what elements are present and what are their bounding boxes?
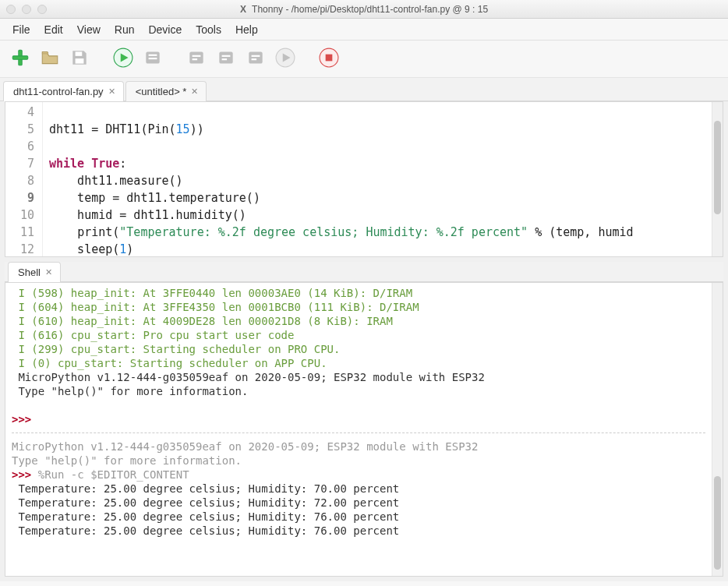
shell-output-line: Temperature: 25.00 degree celsius; Humid… xyxy=(12,482,705,496)
open-file-button[interactable] xyxy=(37,47,62,72)
run-button[interactable] xyxy=(111,47,136,72)
svg-rect-11 xyxy=(193,58,198,60)
svg-rect-3 xyxy=(76,58,84,64)
line-number: 4 xyxy=(5,104,34,121)
shell-panel: I (598) heap_init: At 3FFE0440 len 00003… xyxy=(5,282,723,577)
code-line[interactable] xyxy=(49,138,705,155)
svg-rect-10 xyxy=(193,55,201,57)
code-line[interactable] xyxy=(49,104,705,121)
editor-tab[interactable]: <untitled> *✕ xyxy=(125,81,207,101)
menu-view[interactable]: View xyxy=(71,20,107,39)
shell-run-line[interactable]: >>> %Run -c $EDITOR_CONTENT xyxy=(12,468,705,482)
shell-blank xyxy=(12,398,705,412)
menu-help[interactable]: Help xyxy=(229,20,264,39)
editor-scroll-thumb[interactable] xyxy=(714,121,721,214)
step-into-gray-icon xyxy=(216,48,236,70)
shell-boot-line: I (299) cpu_start: Starting scheduler on… xyxy=(12,342,705,356)
code-line[interactable]: humid = dht11.humidity() xyxy=(49,207,705,224)
menubar: FileEditViewRunDeviceToolsHelp xyxy=(0,19,728,41)
app-x-icon: X xyxy=(240,4,246,15)
menu-tools[interactable]: Tools xyxy=(189,20,228,39)
line-number: 12 xyxy=(5,241,34,257)
code-line[interactable]: dht11 = DHT11(Pin(15)) xyxy=(49,121,705,138)
shell-tab[interactable]: Shell ✕ xyxy=(8,262,61,282)
close-icon[interactable]: ✕ xyxy=(191,86,198,97)
titlebar: X Thonny - /home/pi/Desktop/dht11-contro… xyxy=(0,0,728,19)
svg-rect-17 xyxy=(252,58,257,60)
shell-sys-line: Type "help()" for more information. xyxy=(12,384,705,398)
toolbar xyxy=(0,41,728,78)
shell-boot-line: I (604) heap_init: At 3FFE4350 len 0001B… xyxy=(12,300,705,314)
svg-rect-21 xyxy=(326,55,333,62)
editor-tab-label: <untitled> * xyxy=(136,86,187,97)
editor-gutter: 456789101112 xyxy=(5,102,43,256)
line-number: 11 xyxy=(5,224,34,241)
code-line[interactable]: print("Temperature: %.2f degree celsius;… xyxy=(49,224,705,241)
shell-output-line: Temperature: 25.00 degree celsius; Humid… xyxy=(12,496,705,510)
statusbar xyxy=(0,581,728,586)
code-line[interactable]: dht11.measure() xyxy=(49,172,705,189)
line-number: 8 xyxy=(5,172,34,189)
window-title: X Thonny - /home/pi/Desktop/dht11-contro… xyxy=(0,4,728,15)
editor-scrollbar[interactable] xyxy=(712,102,723,256)
step-over-gray-icon xyxy=(186,48,207,70)
save-file-button[interactable] xyxy=(67,47,92,72)
resume-gray-icon xyxy=(275,48,295,70)
line-number: 6 xyxy=(5,138,34,155)
svg-rect-2 xyxy=(76,51,83,55)
step-into-button[interactable] xyxy=(214,47,239,72)
editor-code[interactable]: dht11 = DHT11(Pin(15)) while True: dht11… xyxy=(43,102,712,256)
menu-file[interactable]: File xyxy=(6,20,37,39)
bug-gray-icon xyxy=(143,48,163,70)
line-number: 10 xyxy=(5,207,34,224)
shell-scroll-thumb[interactable] xyxy=(714,476,721,570)
svg-rect-16 xyxy=(252,55,260,57)
plus-green-icon xyxy=(10,48,30,70)
svg-rect-7 xyxy=(149,55,157,56)
menu-run[interactable]: Run xyxy=(108,20,141,39)
code-line[interactable]: sleep(1) xyxy=(49,241,705,256)
close-icon[interactable]: ✕ xyxy=(108,86,115,97)
line-number: 9 xyxy=(5,189,34,207)
svg-rect-12 xyxy=(219,51,232,63)
svg-rect-13 xyxy=(222,55,231,57)
svg-rect-9 xyxy=(189,51,203,63)
shell-scrollbar[interactable] xyxy=(712,283,723,576)
shell-banner-line: MicroPython v1.12-444-g035059eaf on 2020… xyxy=(12,440,705,454)
folder-open-icon xyxy=(40,48,60,70)
shell-output-line: Temperature: 25.00 degree celsius; Humid… xyxy=(12,524,705,538)
shell-prompt-line[interactable]: >>> xyxy=(12,412,705,426)
new-file-button[interactable] xyxy=(8,47,33,72)
shell-tabbar: Shell ✕ xyxy=(5,262,723,282)
shell-boot-line: I (610) heap_init: At 4009DE28 len 00002… xyxy=(12,314,705,328)
stop-red-icon xyxy=(319,48,339,70)
menu-device[interactable]: Device xyxy=(142,20,188,39)
shell-banner-line: Type "help()" for more information. xyxy=(12,454,705,468)
shell-boot-line: I (598) heap_init: At 3FFE0440 len 00003… xyxy=(12,286,705,300)
window-title-text: Thonny - /home/pi/Desktop/dht11-control-… xyxy=(252,4,488,15)
debug-button[interactable] xyxy=(140,47,165,72)
shell-sys-line: MicroPython v1.12-444-g035059eaf on 2020… xyxy=(12,370,705,384)
shell-output[interactable]: I (598) heap_init: At 3FFE0440 len 00003… xyxy=(5,283,712,576)
stop-button[interactable] xyxy=(316,47,341,72)
code-line[interactable]: temp = dht11.temperature() xyxy=(49,189,705,207)
code-line[interactable]: while True: xyxy=(49,155,705,172)
editor-tab[interactable]: dht11-control-fan.py✕ xyxy=(3,81,124,101)
editor[interactable]: 456789101112 dht11 = DHT11(Pin(15)) whil… xyxy=(5,101,723,257)
step-out-button[interactable] xyxy=(243,47,268,72)
line-number: 5 xyxy=(5,121,34,138)
step-over-button[interactable] xyxy=(184,47,209,72)
close-icon[interactable]: ✕ xyxy=(45,267,52,277)
shell-tab-label: Shell xyxy=(18,267,41,278)
line-number: 7 xyxy=(5,155,34,172)
shell-boot-line: I (0) cpu_start: Starting scheduler on A… xyxy=(12,356,705,370)
menu-edit[interactable]: Edit xyxy=(38,20,69,39)
resume-button[interactable] xyxy=(273,47,298,72)
save-gray-icon xyxy=(69,48,90,70)
step-out-gray-icon xyxy=(246,48,266,70)
svg-rect-8 xyxy=(149,58,157,59)
svg-rect-1 xyxy=(12,56,28,59)
editor-tabbar: dht11-control-fan.py✕<untitled> *✕ xyxy=(0,78,728,101)
shell-output-line: Temperature: 25.00 degree celsius; Humid… xyxy=(12,510,705,524)
play-green-icon xyxy=(113,48,133,70)
